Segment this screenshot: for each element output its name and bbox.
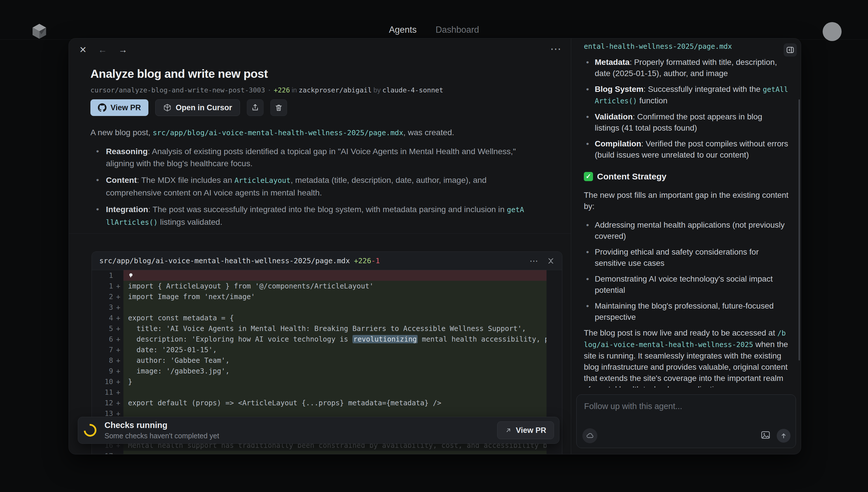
view-pr-button[interactable]: View PR bbox=[91, 99, 148, 116]
cloud-icon bbox=[586, 432, 594, 440]
checks-title: Checks running bbox=[104, 420, 219, 430]
cursor-cube-icon bbox=[163, 103, 172, 112]
line-number: 7 bbox=[92, 346, 113, 354]
checks-status-bar: Checks running Some checks haven't compl… bbox=[78, 417, 560, 444]
bullet-dot: • bbox=[584, 56, 595, 79]
line-number: 9 bbox=[92, 367, 113, 375]
line-content bbox=[123, 270, 547, 281]
line-content: author: 'Gabbee Team', bbox=[123, 355, 547, 366]
line-number: 10 bbox=[92, 377, 113, 386]
summary-intro: A new blog post, src/app/blog/ai-voice-m… bbox=[91, 126, 538, 139]
checks-subtitle: Some checks haven't completed yet bbox=[104, 432, 219, 440]
list-item: •Reasoning: Analysis of existing posts i… bbox=[91, 145, 527, 169]
summary-list: •Reasoning: Analysis of existing posts i… bbox=[91, 145, 527, 233]
line-number: 12 bbox=[92, 399, 113, 407]
tab-agents[interactable]: Agents bbox=[389, 25, 417, 35]
content-strategy-heading: ✓ Content Strategy bbox=[584, 171, 789, 182]
send-arrow-icon bbox=[780, 432, 787, 440]
environment-button[interactable] bbox=[582, 428, 597, 443]
follow-up-composer bbox=[576, 394, 796, 448]
open-in-cursor-button[interactable]: Open in Cursor bbox=[155, 99, 240, 116]
list-item: •Integration: The post was successfully … bbox=[91, 203, 527, 228]
list-item: •Metadata: Properly formatted with title… bbox=[584, 56, 789, 79]
branch-name: cursor/analyze-blog-and-write-new-post-3… bbox=[91, 86, 265, 94]
line-content: export default (props) => <ArticleLayout… bbox=[123, 398, 547, 408]
top-bar: AgentsDashboard bbox=[0, 0, 868, 40]
external-arrow-icon bbox=[505, 427, 512, 434]
agent-output-panel: ental-health-wellness-2025/page.mdx •Met… bbox=[571, 39, 801, 454]
page-title: Analyze blog and write new post bbox=[91, 67, 268, 81]
list-item: •Content: The MDX file includes an Artic… bbox=[91, 174, 527, 199]
diff-line: 17+ bbox=[92, 451, 562, 454]
attach-image-button[interactable] bbox=[760, 429, 771, 441]
line-number: 17 bbox=[92, 452, 113, 454]
panel-scrollbar[interactable] bbox=[798, 99, 800, 361]
line-content bbox=[123, 387, 547, 398]
strategy-list: •Addressing mental health applications (… bbox=[584, 219, 789, 323]
line-content: date: '2025-01-15', bbox=[123, 344, 547, 355]
highlighted-word: revolutionizing bbox=[352, 335, 418, 343]
list-item: •Compilation: Verified the post compiles… bbox=[584, 138, 789, 161]
breadcrumb: cursor/analyze-blog-and-write-new-post-3… bbox=[91, 86, 443, 94]
diff-line: 1+import { ArticleLayout } from '@/compo… bbox=[92, 281, 562, 291]
forward-arrow-icon[interactable]: → bbox=[119, 45, 127, 54]
diff-line: 1 bbox=[92, 270, 562, 281]
panel-code-continuation: ental-health-wellness-2025/page.mdx bbox=[584, 41, 789, 52]
nav-tabs: AgentsDashboard bbox=[0, 0, 868, 40]
line-content: import Image from 'next/image' bbox=[123, 291, 547, 302]
trash-icon bbox=[275, 104, 283, 112]
diff-sign: + bbox=[113, 346, 123, 354]
diff-sign: + bbox=[113, 399, 123, 407]
send-button[interactable] bbox=[777, 429, 791, 443]
strategy-intro-paragraph: The new post fills an important gap in t… bbox=[584, 190, 789, 212]
checks-spinner-icon bbox=[81, 421, 99, 439]
modal-toolbar: ✕ ← → bbox=[79, 45, 127, 54]
line-content: } bbox=[123, 376, 547, 387]
action-buttons: View PR Open in Cursor bbox=[91, 99, 287, 116]
list-item: •Blog System: Successfully integrated wi… bbox=[584, 83, 789, 106]
diff-deletions: -1 bbox=[371, 256, 380, 265]
line-number: 1 bbox=[92, 282, 113, 290]
diff-sign: + bbox=[113, 452, 123, 454]
line-number: 11 bbox=[92, 388, 113, 396]
share-icon bbox=[251, 104, 259, 112]
share-button[interactable] bbox=[247, 99, 264, 116]
bullet-dot: • bbox=[584, 219, 595, 242]
close-icon[interactable]: ✕ bbox=[79, 45, 87, 54]
collapse-panel-button[interactable] bbox=[784, 43, 797, 56]
diff-sign: + bbox=[113, 335, 123, 343]
line-number: 3 bbox=[92, 303, 113, 312]
diff-line: 4+export const metadata = { bbox=[92, 313, 562, 323]
diff-more-icon[interactable]: ⋯ bbox=[529, 256, 539, 266]
line-number: 8 bbox=[92, 356, 113, 365]
more-menu-icon[interactable]: ⋯ bbox=[550, 43, 562, 55]
list-item: •Maintaining the blog's professional, fu… bbox=[584, 300, 789, 323]
line-content: description: 'Exploring how AI voice tec… bbox=[123, 334, 547, 344]
bullet-dot: • bbox=[584, 138, 595, 161]
back-arrow-icon[interactable]: ← bbox=[98, 45, 107, 54]
panel-checklist: •Metadata: Properly formatted with title… bbox=[584, 56, 789, 161]
follow-up-input[interactable] bbox=[577, 395, 796, 423]
panel-content: ental-health-wellness-2025/page.mdx •Met… bbox=[571, 39, 801, 388]
diff-additions: +226 bbox=[354, 256, 371, 265]
diff-sign: + bbox=[113, 409, 123, 418]
user-avatar[interactable] bbox=[823, 22, 842, 41]
bullet-dot: • bbox=[584, 83, 595, 106]
checks-view-pr-button[interactable]: View PR bbox=[497, 421, 554, 439]
delete-button[interactable] bbox=[270, 99, 287, 116]
github-icon bbox=[98, 103, 106, 112]
diff-sign: + bbox=[113, 377, 123, 386]
collapse-diff-icon[interactable] bbox=[547, 257, 554, 265]
bullet-dot: • bbox=[91, 145, 106, 169]
line-number: 1 bbox=[92, 271, 113, 279]
diff-sign: + bbox=[113, 293, 123, 301]
diff-line: 9+ image: '/gabbee3.jpg', bbox=[92, 366, 562, 376]
diff-sign: + bbox=[113, 282, 123, 290]
tab-dashboard[interactable]: Dashboard bbox=[436, 25, 479, 35]
diff-line: 12+export default (props) => <ArticleLay… bbox=[92, 398, 562, 408]
bullet-dot: • bbox=[91, 203, 106, 228]
line-number: 2 bbox=[92, 293, 113, 301]
agent-modal: ✕ ← → ⋯ Analyze blog and write new post … bbox=[69, 38, 801, 454]
line-content: export const metadata = { bbox=[123, 313, 547, 323]
line-number: 4 bbox=[92, 314, 113, 322]
